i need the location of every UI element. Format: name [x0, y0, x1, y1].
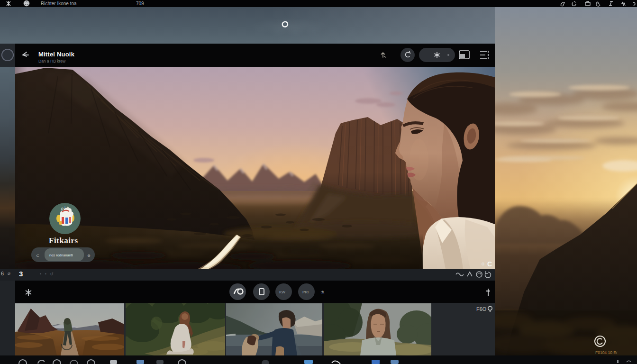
- svg-text:⊂: ⊂: [36, 254, 39, 258]
- svg-text:C: C: [487, 260, 492, 268]
- svg-text:⊖: ⊖: [87, 254, 91, 258]
- svg-text:nes rodnananti: nes rodnananti: [49, 253, 73, 257]
- svg-text:Fitkairs: Fitkairs: [49, 236, 78, 245]
- svg-text:709: 709: [136, 1, 144, 6]
- svg-text:Richter Ikone toa: Richter Ikone toa: [41, 1, 77, 6]
- svg-text:b: b: [67, 206, 69, 210]
- svg-text:i: i: [64, 205, 65, 209]
- svg-text:ρ: ρ: [61, 206, 64, 210]
- svg-text:ο: ο: [482, 261, 484, 266]
- svg-text:F0104 10 Er: F0104 10 Er: [595, 350, 618, 355]
